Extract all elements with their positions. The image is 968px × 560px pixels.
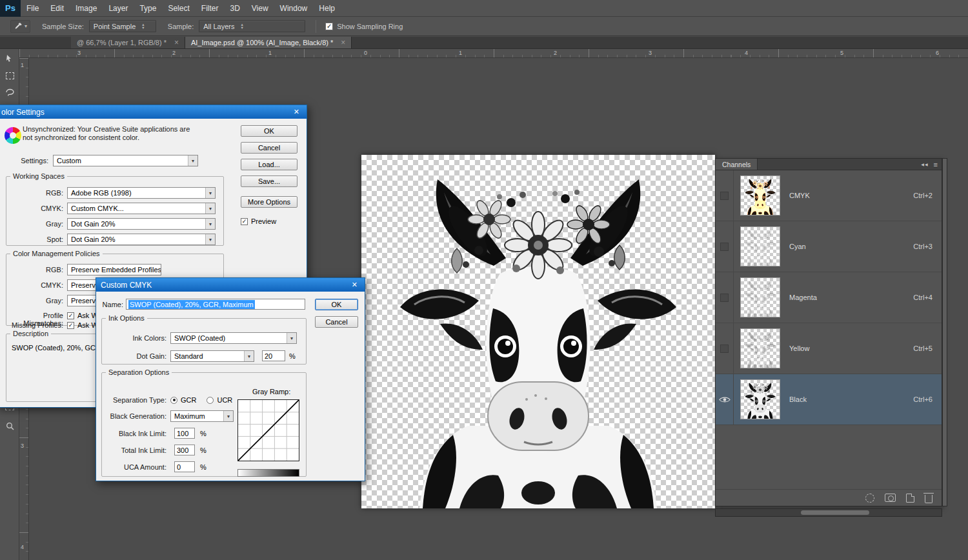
zoom-tool[interactable] — [0, 417, 19, 434]
cancel-button[interactable]: Cancel — [315, 316, 358, 328]
show-sampling-ring-checkbox[interactable]: ✓ — [325, 23, 333, 30]
close-icon[interactable]: ✕ — [291, 108, 302, 116]
menu-edit[interactable]: Edit — [45, 0, 70, 17]
marquee-tool-icon — [6, 72, 14, 79]
total-ink-limit-input[interactable] — [174, 445, 195, 455]
channel-row-black[interactable]: Black Ctrl+6 — [716, 374, 942, 425]
tab-close-icon[interactable]: × — [341, 39, 345, 46]
load-button[interactable]: Load... — [241, 159, 297, 170]
settings-select[interactable]: Custom ▾ — [53, 155, 198, 166]
uca-amount-input[interactable] — [174, 461, 195, 472]
ws-spot-select[interactable]: Dot Gain 20%▾ — [67, 234, 216, 245]
eyedropper-tool-preset[interactable]: ▾ — [10, 20, 30, 33]
lasso-tool[interactable] — [0, 84, 19, 101]
visibility-off-icon — [720, 243, 729, 251]
tab-channels[interactable]: Channels — [716, 159, 758, 170]
ruler-number: 2 — [172, 50, 176, 56]
percent-sign: % — [289, 352, 296, 360]
channel-thumbnail — [740, 328, 780, 368]
black-ink-limit-input[interactable] — [174, 428, 195, 439]
dialog-titlebar[interactable]: olor Settings ✕ — [0, 105, 307, 119]
ok-button[interactable]: OK — [315, 299, 358, 310]
ruler-number: 3 — [77, 50, 81, 56]
panel-dock-edge[interactable] — [942, 158, 947, 506]
sample-select[interactable]: All Layers ▴▾ — [199, 20, 305, 32]
menu-select[interactable]: Select — [162, 0, 195, 17]
cmyk-label: CMYK: — [6, 205, 63, 212]
close-icon[interactable]: ✕ — [349, 281, 360, 289]
menu-image[interactable]: Image — [70, 0, 103, 17]
black-ink-limit-label: Black Ink Limit: — [102, 430, 166, 437]
horizontal-scrollbar[interactable] — [715, 508, 942, 517]
ask-when-opening-checkbox[interactable]: ✓ — [67, 322, 74, 329]
gcr-radio[interactable] — [170, 397, 177, 404]
ruler-number: 1 — [268, 50, 272, 56]
sample-size-select[interactable]: Point Sample ▴▾ — [89, 20, 156, 32]
group-legend: Ink Options — [106, 314, 147, 322]
panel-menu-icon[interactable]: ≡ — [934, 161, 938, 168]
collapse-panel-icon[interactable]: ◀◀ — [921, 162, 928, 166]
ws-rgb-select[interactable]: Adobe RGB (1998)▾ — [67, 187, 216, 199]
delete-channel-icon[interactable] — [925, 495, 933, 503]
ruler-number: 4 — [21, 544, 24, 550]
black-generation-select[interactable]: Maximum▾ — [170, 410, 234, 422]
ok-button[interactable]: OK — [241, 125, 297, 137]
move-tool[interactable] — [0, 50, 19, 67]
scrollbar-thumb[interactable] — [801, 510, 869, 515]
cancel-button[interactable]: Cancel — [241, 142, 297, 154]
ws-cmyk-select[interactable]: Custom CMYK...▾ — [67, 203, 216, 214]
rgb-label: RGB: — [6, 189, 63, 197]
menu-window[interactable]: Window — [274, 0, 314, 17]
ucr-radio[interactable] — [207, 397, 214, 404]
menu-file[interactable]: File — [21, 0, 45, 17]
visibility-toggle[interactable] — [716, 323, 734, 374]
dot-gain-select[interactable]: Standard▾ — [170, 350, 254, 362]
dot-gain-input[interactable] — [262, 350, 285, 361]
group-legend: Color Management Policies — [10, 250, 103, 257]
visibility-off-icon — [720, 294, 729, 302]
dialog-titlebar[interactable]: Custom CMYK ✕ — [96, 278, 365, 292]
ruler-number: 1 — [21, 62, 24, 68]
document-canvas[interactable] — [361, 155, 715, 508]
preview-checkbox[interactable]: ✓ — [241, 218, 248, 225]
tab-document-2[interactable]: AI_Image.psd @ 100% (AI_Image, Black/8) … — [185, 37, 352, 48]
name-input[interactable]: SWOP (Coated), 20%, GCR, Maximum — [126, 299, 305, 310]
gray-ramp-label: Gray Ramp: — [252, 388, 290, 395]
menu-filter[interactable]: Filter — [196, 0, 225, 17]
cow-image — [361, 155, 715, 508]
ps-logo: Ps — [0, 0, 21, 17]
load-selection-icon[interactable] — [865, 494, 874, 503]
gray-ramp-gradient — [237, 469, 299, 477]
policy-rgb-select[interactable]: Preserve Embedded Profiles▾ — [67, 264, 161, 275]
save-button[interactable]: Save... — [241, 175, 297, 187]
visibility-toggle[interactable] — [716, 170, 734, 221]
ink-colors-select[interactable]: SWOP (Coated)▾ — [170, 332, 297, 344]
visibility-toggle[interactable] — [716, 272, 734, 323]
ws-gray-select[interactable]: Dot Gain 20%▾ — [67, 218, 216, 230]
menu-3d[interactable]: 3D — [224, 0, 245, 17]
move-tool-icon — [5, 54, 14, 63]
percent-sign: % — [200, 446, 207, 454]
new-channel-icon[interactable] — [906, 494, 914, 503]
tab-close-icon[interactable]: × — [174, 39, 179, 46]
visibility-toggle[interactable] — [716, 374, 734, 425]
tab-document-1[interactable]: @ 66,7% (Layer 1, RGB/8) * × — [71, 37, 185, 48]
chevron-down-icon: ▾ — [188, 155, 197, 166]
more-options-button[interactable]: More Options — [241, 196, 297, 208]
ruler-number: 3 — [21, 443, 24, 449]
channel-row-cmyk[interactable]: CMYK Ctrl+2 — [716, 170, 942, 221]
channel-row-yellow[interactable]: Yellow Ctrl+5 — [716, 323, 942, 374]
marquee-tool[interactable] — [0, 67, 19, 84]
channel-row-magenta[interactable]: Magenta Ctrl+4 — [716, 272, 942, 323]
menu-layer[interactable]: Layer — [103, 0, 134, 17]
menu-help[interactable]: Help — [313, 0, 341, 17]
show-sampling-ring-label: Show Sampling Ring — [337, 23, 403, 30]
ruler-number: 1 — [459, 50, 462, 56]
channel-thumbnail — [740, 175, 780, 215]
channel-row-cyan[interactable]: Cyan Ctrl+3 — [716, 221, 942, 272]
menu-view[interactable]: View — [246, 0, 274, 17]
visibility-toggle[interactable] — [716, 221, 734, 272]
save-selection-as-channel-icon[interactable] — [885, 494, 896, 502]
ask-when-opening-checkbox[interactable]: ✓ — [67, 312, 74, 319]
menu-type[interactable]: Type — [134, 0, 162, 17]
